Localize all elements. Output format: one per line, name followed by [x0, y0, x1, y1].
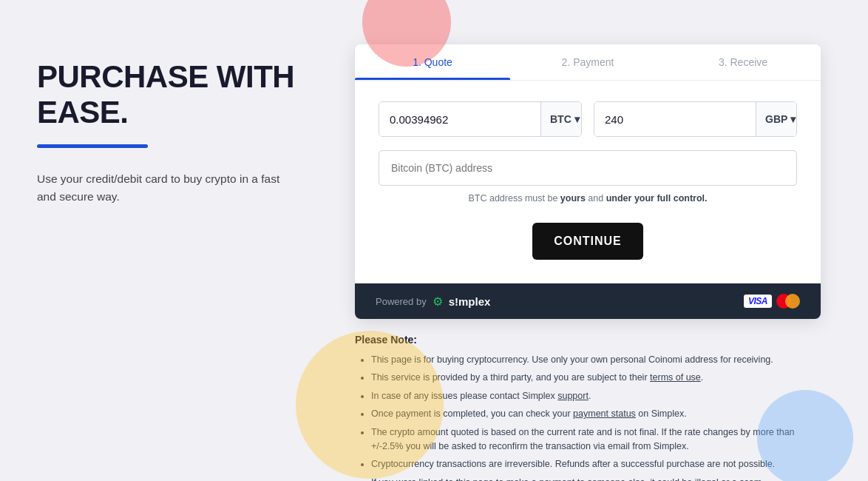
purchase-widget: 1. Quote 2. Payment 3. Receive BT: [355, 44, 821, 319]
widget-tabs: 1. Quote 2. Payment 3. Receive: [355, 44, 821, 81]
page-wrapper: PURCHASE WITH EASE. Use your credit/debi…: [0, 0, 868, 481]
fiat-input-group: GBP ▾: [594, 101, 797, 137]
crypto-input-group: BTC ▾: [379, 101, 582, 137]
continue-button[interactable]: CONTINUE: [532, 223, 643, 260]
list-item: This page is for buying cryptocurrency. …: [371, 353, 821, 367]
list-item: If you were linked to this page to make …: [371, 476, 821, 481]
crypto-amount-input[interactable]: [379, 102, 540, 136]
simplex-logo: s!mplex: [449, 295, 491, 308]
widget-body: BTC ▾ GBP ▾ B: [355, 81, 821, 283]
payment-status-link[interactable]: payment status: [573, 408, 636, 419]
simplex-icon: ⚙: [433, 295, 443, 309]
notes-section: Please Note: This page is for buying cry…: [355, 319, 821, 481]
tab-payment[interactable]: 2. Payment: [510, 44, 665, 80]
list-item: In case of any issues please contact Sim…: [371, 389, 821, 403]
address-input-wrapper: [379, 150, 797, 186]
powered-by: Powered by ⚙ s!mplex: [376, 295, 490, 309]
list-item: Once payment is completed, you can check…: [371, 407, 821, 421]
address-note: BTC address must be yours and under your…: [379, 193, 797, 204]
terms-of-use-link[interactable]: terms of use: [650, 372, 701, 383]
mastercard-icon: [776, 294, 800, 309]
page-subtext: Use your credit/debit card to buy crypto…: [37, 170, 288, 207]
list-item: Cryptocurrency transactions are irrevers…: [371, 457, 821, 471]
btc-address-input[interactable]: [379, 151, 796, 185]
accent-divider: [37, 144, 148, 148]
list-item: This service is provided by a third part…: [371, 371, 821, 385]
support-link[interactable]: support: [557, 391, 589, 401]
widget-footer: Powered by ⚙ s!mplex VISA: [355, 283, 821, 319]
left-panel: PURCHASE WITH EASE. Use your credit/debi…: [0, 0, 340, 481]
amount-row: BTC ▾ GBP ▾: [379, 101, 797, 137]
fiat-currency-selector[interactable]: GBP ▾: [756, 102, 797, 136]
payment-method-icons: VISA: [744, 294, 800, 309]
tab-receive[interactable]: 3. Receive: [665, 44, 821, 80]
list-item: The crypto amount quoted is based on the…: [371, 426, 821, 454]
crypto-currency-selector[interactable]: BTC ▾: [540, 102, 582, 136]
notes-list: This page is for buying cryptocurrency. …: [355, 353, 821, 481]
visa-icon: VISA: [744, 295, 772, 308]
notes-title: Please Note:: [355, 334, 821, 346]
page-title: PURCHASE WITH EASE.: [37, 59, 303, 131]
right-panel: 1. Quote 2. Payment 3. Receive BT: [340, 0, 868, 481]
tab-quote[interactable]: 1. Quote: [355, 44, 510, 80]
fiat-amount-input[interactable]: [594, 102, 756, 136]
